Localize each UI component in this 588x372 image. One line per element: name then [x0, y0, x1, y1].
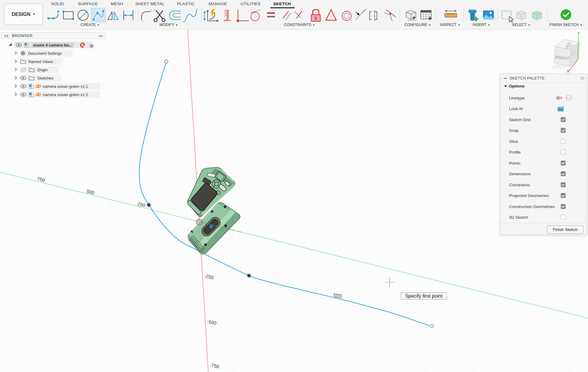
svg-text:X: X	[567, 69, 570, 73]
svg-text:Y: Y	[577, 31, 580, 36]
